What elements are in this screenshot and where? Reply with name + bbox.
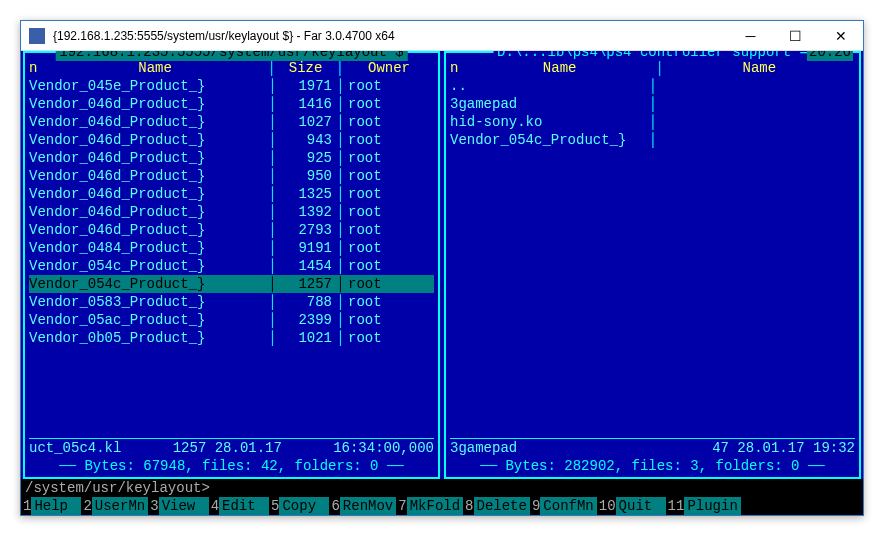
- table-row[interactable]: Vendor_046d_Product_}│925│root: [29, 149, 434, 167]
- fkey-usermn[interactable]: 2UserMn: [81, 497, 148, 515]
- right-panel[interactable]: D:\...ib\ps4\ps4 controller support = 20…: [442, 51, 863, 479]
- clock: 20:26: [807, 51, 853, 61]
- fkey-mkfold[interactable]: 7MkFold: [396, 497, 463, 515]
- left-panel-path[interactable]: 192.168.1.235:5555/system/usr/keylayout …: [55, 51, 407, 61]
- table-row[interactable]: hid-sony.ko│: [450, 113, 855, 131]
- table-row[interactable]: Vendor_046d_Product_}│1027│root: [29, 113, 434, 131]
- table-row[interactable]: Vendor_05ac_Product_}│2399│root: [29, 311, 434, 329]
- fkey-renmov[interactable]: 6RenMov: [329, 497, 396, 515]
- fkey-plugin[interactable]: 11Plugin: [666, 497, 741, 515]
- function-keys: 1Help2UserMn3View4Edit5Copy6RenMov7MkFol…: [21, 497, 863, 515]
- titlebar[interactable]: {192.168.1.235:5555/system/usr/keylayout…: [21, 21, 863, 51]
- maximize-button[interactable]: ☐: [773, 21, 818, 50]
- right-panel-path[interactable]: D:\...ib\ps4\ps4 controller support =: [493, 51, 812, 61]
- app-window: {192.168.1.235:5555/system/usr/keylayout…: [20, 20, 864, 516]
- left-status: uct_05c4.kl 1257 28.01.17 16:34:00,000: [29, 439, 434, 457]
- right-headers: n Name │ Name: [446, 59, 859, 77]
- table-row[interactable]: 3gamepad│: [450, 95, 855, 113]
- fkey-help[interactable]: 1Help: [21, 497, 81, 515]
- table-row[interactable]: ..│: [450, 77, 855, 95]
- table-row[interactable]: Vendor_046d_Product_}│1416│root: [29, 95, 434, 113]
- minimize-button[interactable]: ─: [728, 21, 773, 50]
- left-summary: ── Bytes: 67948, files: 42, folders: 0 ─…: [29, 457, 434, 475]
- command-line[interactable]: /system/usr/keylayout>: [21, 479, 863, 497]
- close-button[interactable]: ✕: [818, 21, 863, 50]
- right-file-list[interactable]: ..│3gamepad│hid-sony.ko│Vendor_054c_Prod…: [446, 77, 859, 149]
- terminal: 192.168.1.235:5555/system/usr/keylayout …: [21, 51, 863, 515]
- table-row[interactable]: Vendor_054c_Product_}│1454│root: [29, 257, 434, 275]
- table-row[interactable]: Vendor_054c_Product_}│: [450, 131, 855, 149]
- table-row[interactable]: Vendor_0583_Product_}│788│root: [29, 293, 434, 311]
- left-panel[interactable]: 192.168.1.235:5555/system/usr/keylayout …: [21, 51, 442, 479]
- fkey-copy[interactable]: 5Copy: [269, 497, 329, 515]
- window-title: {192.168.1.235:5555/system/usr/keylayout…: [53, 29, 728, 43]
- fkey-quit[interactable]: 10Quit: [597, 497, 666, 515]
- table-row[interactable]: Vendor_046d_Product_}│943│root: [29, 131, 434, 149]
- table-row[interactable]: Vendor_045e_Product_}│1971│root: [29, 77, 434, 95]
- right-summary: ── Bytes: 282902, files: 3, folders: 0 ─…: [450, 457, 855, 475]
- table-row[interactable]: Vendor_0b05_Product_}│1021│root: [29, 329, 434, 347]
- table-row[interactable]: Vendor_046d_Product_}│2793│root: [29, 221, 434, 239]
- table-row[interactable]: Vendor_046d_Product_}│1392│root: [29, 203, 434, 221]
- fkey-view[interactable]: 3View: [148, 497, 208, 515]
- right-status: 3gamepad 47 28.01.17 19:32: [450, 439, 855, 457]
- fkey-delete[interactable]: 8Delete: [463, 497, 530, 515]
- table-row[interactable]: Vendor_046d_Product_}│950│root: [29, 167, 434, 185]
- fkey-confmn[interactable]: 9ConfMn: [530, 497, 597, 515]
- fkey-edit[interactable]: 4Edit: [209, 497, 269, 515]
- left-headers: n Name │ Size │ Owner: [25, 59, 438, 77]
- table-row[interactable]: Vendor_046d_Product_}│1325│root: [29, 185, 434, 203]
- table-row[interactable]: Vendor_054c_Product_}│1257│root: [29, 275, 434, 293]
- app-icon: [29, 28, 45, 44]
- table-row[interactable]: Vendor_0484_Product_}│9191│root: [29, 239, 434, 257]
- left-file-list[interactable]: Vendor_045e_Product_}│1971│rootVendor_04…: [25, 77, 438, 347]
